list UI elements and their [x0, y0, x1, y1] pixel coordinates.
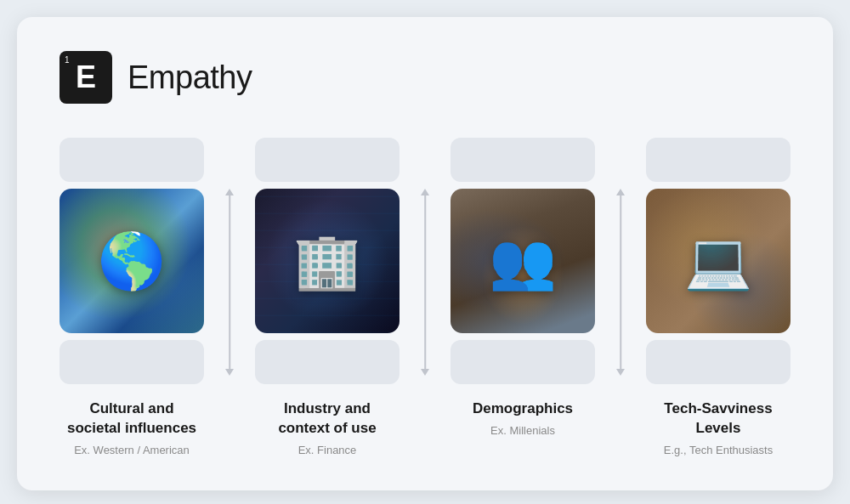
globe-icon: 🌎	[98, 229, 166, 293]
card-top-box-4	[646, 138, 790, 182]
card-image-tech: 💻	[646, 189, 790, 333]
card-label-main-4: Tech-Savviness Levels	[649, 399, 787, 439]
card-label-main-2: Industry and context of use	[258, 399, 396, 439]
card-tech: 💻 Tech-Savviness Levels E.g., Tech Enthu…	[646, 138, 790, 456]
letter-badge: 1 E	[60, 51, 112, 104]
card-label-main-1: Cultural and societal influences	[63, 399, 201, 439]
separator-2	[415, 138, 435, 376]
card-label-industry: Industry and context of use Ex. Finance	[255, 399, 400, 456]
header: 1 E Empathy	[60, 51, 790, 104]
card-bottom-box-1	[60, 340, 204, 384]
card-label-sub-1: Ex. Western / American	[63, 444, 201, 456]
card-label-main-3: Demographics	[473, 399, 573, 419]
card-bottom-box-3	[450, 340, 595, 384]
card-cultural: 🌎 Cultural and societal influences Ex. W…	[60, 138, 204, 456]
page-title: Empathy	[128, 59, 252, 96]
card-top-box-3	[450, 138, 595, 182]
card-label-sub-3: Ex. Millenials	[473, 424, 573, 437]
arrow-head-bottom-3	[616, 369, 625, 376]
people-icon: 👥	[489, 229, 557, 293]
card-bottom-box-4	[646, 340, 790, 384]
arrow-head-top-2	[421, 189, 429, 195]
card-bottom-box-2	[255, 340, 400, 384]
separator-3	[610, 138, 631, 376]
arrow-head-bottom-1	[225, 369, 234, 376]
card-label-sub-4: E.g., Tech Enthusiasts	[649, 444, 787, 456]
card-image-cultural: 🌎	[60, 189, 204, 333]
finance-icon: 🏢	[293, 229, 361, 293]
separator-1	[219, 138, 240, 376]
card-label-demographics: Demographics Ex. Millenials	[469, 399, 576, 437]
card-top-box-1	[60, 138, 204, 182]
card-image-demographics: 👥	[450, 189, 595, 333]
badge-letter: E	[76, 62, 96, 93]
card-industry: 🏢 Industry and context of use Ex. Financ…	[255, 138, 400, 456]
arrow-head-top-3	[616, 189, 625, 195]
card-image-industry: 🏢	[255, 189, 400, 333]
card-label-tech: Tech-Savviness Levels E.g., Tech Enthusi…	[646, 399, 790, 456]
card-top-box-2	[255, 138, 400, 182]
slide-container: 1 E Empathy 🌎 Cultural and societal infl…	[17, 17, 833, 490]
card-demographics: 👥 Demographics Ex. Millenials	[450, 138, 595, 437]
cards-row: 🌎 Cultural and societal influences Ex. W…	[60, 138, 790, 456]
arrow-head-top-1	[225, 189, 234, 195]
badge-superscript: 1	[65, 55, 70, 65]
arrow-head-bottom-2	[421, 369, 429, 376]
card-label-cultural: Cultural and societal influences Ex. Wes…	[60, 399, 204, 456]
tech-icon: 💻	[684, 229, 752, 293]
card-label-sub-2: Ex. Finance	[258, 444, 396, 456]
